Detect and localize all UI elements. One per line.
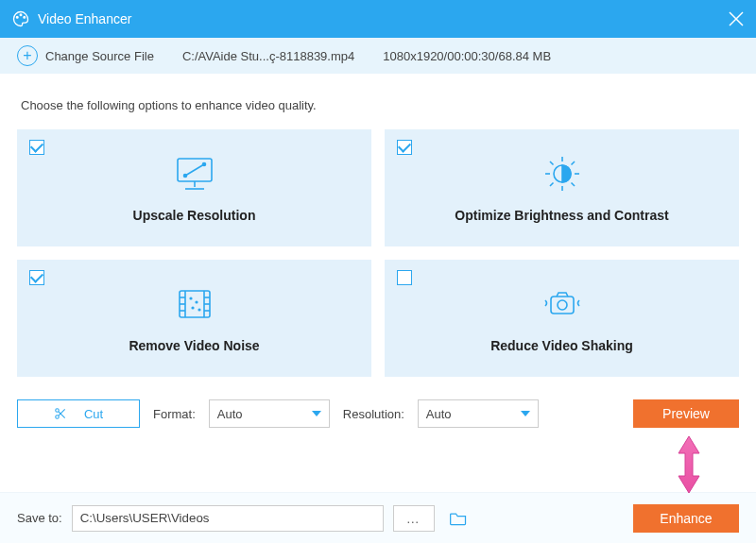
svg-point-36 [56, 416, 60, 419]
svg-point-34 [558, 300, 567, 310]
checkbox-shaking[interactable] [397, 270, 412, 285]
card-reduce-shaking[interactable]: Reduce Video Shaking [385, 260, 739, 377]
camera-shake-icon [540, 283, 585, 325]
controls-row: Cut Format: Auto Resolution: Auto Previe… [17, 399, 739, 428]
svg-point-7 [183, 175, 186, 178]
card-remove-noise[interactable]: Remove Video Noise [17, 260, 371, 377]
source-bar: + Change Source File C:/AVAide Stu...ç-8… [0, 38, 756, 74]
more-label: … [406, 511, 421, 526]
palette-icon [11, 9, 30, 28]
format-select[interactable]: Auto [209, 399, 330, 428]
format-value: Auto [217, 407, 243, 421]
svg-point-35 [56, 409, 60, 413]
instruction-text: Choose the following options to enhance … [21, 98, 739, 112]
format-label: Format: [153, 407, 196, 421]
svg-line-6 [185, 164, 204, 176]
option-cards: Upscale Resolution Optimize Brightness a… [17, 129, 739, 377]
save-path-input[interactable] [72, 505, 384, 532]
resolution-select[interactable]: Auto [418, 399, 539, 428]
cut-label: Cut [84, 407, 103, 421]
film-icon [172, 283, 217, 325]
svg-point-32 [198, 309, 200, 311]
svg-marker-39 [679, 436, 699, 493]
change-source-button[interactable]: + Change Source File [17, 45, 154, 66]
enhance-label: Enhance [660, 511, 712, 526]
change-source-label: Change Source File [45, 49, 154, 63]
card-label: Optimize Brightness and Contrast [455, 208, 668, 223]
svg-point-1 [20, 14, 22, 16]
preview-button[interactable]: Preview [633, 399, 739, 428]
window-title: Video Enhancer [38, 11, 728, 26]
main-panel: Choose the following options to enhance … [0, 74, 756, 445]
svg-point-30 [196, 301, 198, 303]
checkbox-noise[interactable] [29, 270, 44, 285]
sun-icon [540, 153, 585, 195]
checkbox-brightness[interactable] [397, 140, 412, 155]
titlebar: Video Enhancer [0, 0, 756, 38]
monitor-icon [172, 153, 217, 195]
plus-icon: + [17, 45, 38, 66]
svg-point-8 [202, 163, 205, 166]
annotation-arrow-icon [675, 436, 703, 493]
scissors-icon [54, 407, 67, 420]
open-folder-button[interactable] [444, 505, 472, 532]
more-button[interactable]: … [393, 505, 435, 532]
caret-down-icon [521, 411, 530, 416]
card-brightness-contrast[interactable]: Optimize Brightness and Contrast [385, 129, 739, 246]
svg-point-29 [190, 297, 192, 299]
svg-point-0 [16, 17, 18, 19]
close-icon[interactable] [728, 10, 745, 27]
resolution-label: Resolution: [343, 407, 404, 421]
svg-point-2 [24, 17, 26, 19]
caret-down-icon [312, 411, 321, 416]
card-label: Upscale Resolution [133, 208, 256, 223]
card-label: Reduce Video Shaking [490, 338, 633, 353]
svg-line-16 [550, 161, 554, 165]
svg-line-18 [571, 161, 575, 165]
resolution-value: Auto [426, 407, 452, 421]
source-fileinfo: 1080x1920/00:00:30/68.84 MB [383, 49, 551, 63]
checkbox-upscale[interactable] [29, 140, 44, 155]
save-to-label: Save to: [17, 511, 62, 525]
enhance-button[interactable]: Enhance [633, 504, 739, 533]
card-label: Remove Video Noise [129, 338, 259, 353]
preview-label: Preview [662, 406, 710, 421]
svg-line-19 [550, 183, 554, 187]
svg-rect-33 [551, 297, 574, 314]
cut-button[interactable]: Cut [17, 399, 140, 428]
svg-point-31 [192, 307, 194, 309]
card-upscale-resolution[interactable]: Upscale Resolution [17, 129, 371, 246]
footer-bar: Save to: … Enhance [0, 492, 756, 543]
svg-line-17 [571, 183, 575, 187]
source-filepath: C:/AVAide Stu...ç-8118839.mp4 [182, 49, 354, 63]
